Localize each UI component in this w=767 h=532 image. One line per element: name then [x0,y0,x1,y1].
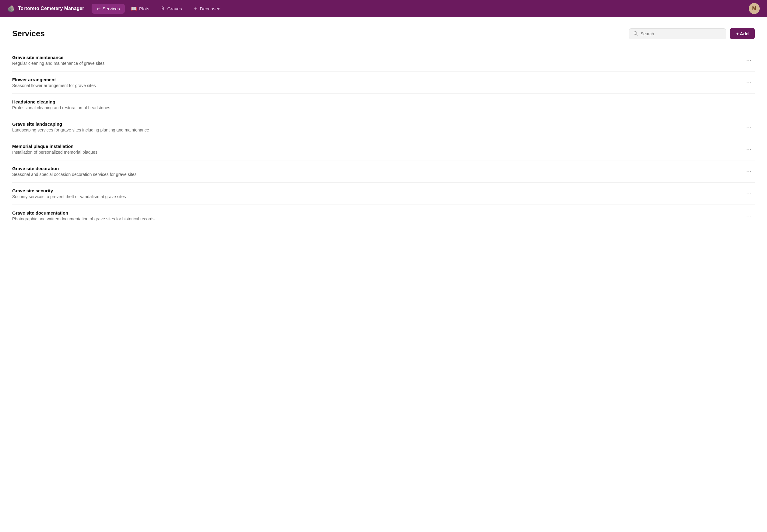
search-input[interactable] [640,31,722,36]
nav-graves-label: Graves [167,6,182,11]
nav-deceased[interactable]: ＋ Deceased [188,3,226,14]
app-brand[interactable]: 🪨 Tortoreto Cemetery Manager [7,5,84,12]
service-menu-button[interactable]: ··· [743,145,755,154]
nav-deceased-label: Deceased [200,6,221,11]
service-name: Headstone cleaning [12,99,743,104]
service-description: Professional cleaning and restoration of… [12,105,743,110]
service-item[interactable]: Grave site documentation Photographic an… [12,205,755,227]
service-item[interactable]: Headstone cleaning Professional cleaning… [12,94,755,116]
service-menu-button[interactable]: ··· [743,100,755,109]
service-info: Grave site documentation Photographic an… [12,210,743,221]
service-info: Headstone cleaning Professional cleaning… [12,99,743,110]
service-info: Memorial plaque installation Installatio… [12,144,743,155]
svg-line-1 [637,34,638,35]
service-name: Grave site decoration [12,166,743,171]
service-item[interactable]: Grave site security Security services to… [12,183,755,205]
nav-links: ↩ Services 📖 Plots 🗓 Graves ＋ Deceased [92,3,746,14]
service-item[interactable]: Grave site maintenance Regular cleaning … [12,49,755,72]
page-header: Services + Add [12,28,755,39]
service-description: Security services to prevent theft or va… [12,194,743,199]
service-name: Grave site maintenance [12,55,743,60]
service-info: Flower arrangement Seasonal flower arran… [12,77,743,88]
search-box [629,28,726,39]
service-menu-button[interactable]: ··· [743,56,755,65]
service-description: Regular cleaning and maintenance of grav… [12,61,743,66]
page-title: Services [12,29,45,38]
service-description: Seasonal flower arrangement for grave si… [12,83,743,88]
search-icon [633,31,638,37]
service-name: Flower arrangement [12,77,743,82]
service-info: Grave site security Security services to… [12,188,743,199]
brand-icon: 🪨 [7,5,15,12]
nav-plots-label: Plots [139,6,149,11]
navbar: 🪨 Tortoreto Cemetery Manager ↩ Services … [0,0,767,17]
graves-icon: 🗓 [160,6,165,11]
service-name: Grave site documentation [12,210,743,215]
brand-title: Tortoreto Cemetery Manager [18,6,84,11]
service-info: Grave site landscaping Landscaping servi… [12,121,743,132]
avatar[interactable]: M [749,3,760,14]
add-button[interactable]: + Add [730,28,755,39]
service-menu-button[interactable]: ··· [743,211,755,220]
service-description: Seasonal and special occasion decoration… [12,172,743,177]
nav-graves[interactable]: 🗓 Graves [155,4,187,13]
service-item[interactable]: Flower arrangement Seasonal flower arran… [12,72,755,94]
service-item[interactable]: Grave site decoration Seasonal and speci… [12,160,755,183]
service-info: Grave site decoration Seasonal and speci… [12,166,743,177]
services-icon: ↩ [96,6,100,12]
service-description: Photographic and written documentation o… [12,216,743,221]
plots-icon: 📖 [131,6,137,12]
service-menu-button[interactable]: ··· [743,189,755,198]
service-description: Landscaping services for grave sites inc… [12,128,743,132]
header-right: + Add [629,28,755,39]
service-description: Installation of personalized memorial pl… [12,150,743,155]
service-menu-button[interactable]: ··· [743,122,755,131]
service-name: Grave site security [12,188,743,193]
nav-plots[interactable]: 📖 Plots [126,4,154,14]
service-list: Grave site maintenance Regular cleaning … [12,49,755,227]
nav-services-label: Services [103,6,120,11]
service-menu-button[interactable]: ··· [743,78,755,87]
service-name: Memorial plaque installation [12,144,743,149]
service-info: Grave site maintenance Regular cleaning … [12,55,743,66]
deceased-icon: ＋ [193,5,198,12]
page-content: Services + Add Grave site maintenance Re… [0,17,767,532]
nav-services[interactable]: ↩ Services [92,4,125,14]
service-name: Grave site landscaping [12,121,743,127]
service-item[interactable]: Memorial plaque installation Installatio… [12,138,755,160]
service-menu-button[interactable]: ··· [743,167,755,176]
service-item[interactable]: Grave site landscaping Landscaping servi… [12,116,755,138]
